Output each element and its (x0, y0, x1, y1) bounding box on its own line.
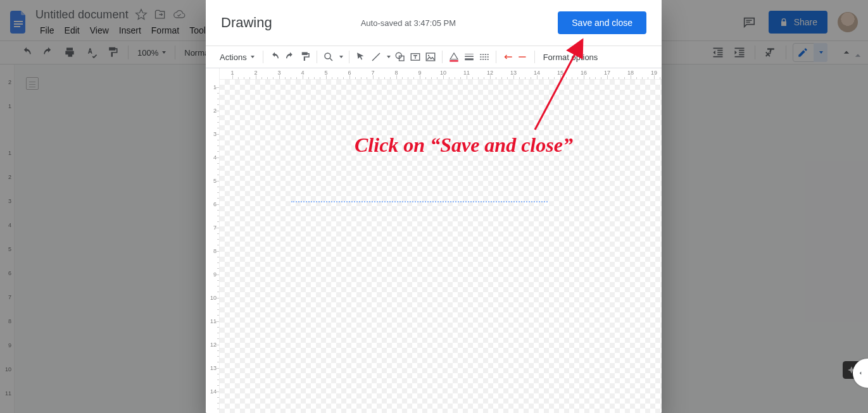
svg-point-4 (325, 53, 330, 59)
pencil-icon (797, 47, 808, 58)
undo-icon[interactable] (269, 51, 280, 63)
line-tool-icon[interactable] (370, 51, 382, 63)
line-weight-icon[interactable] (463, 51, 475, 63)
redo-icon[interactable] (284, 51, 296, 63)
comments-icon[interactable] (739, 13, 758, 32)
select-icon[interactable] (355, 51, 367, 63)
share-button[interactable]: Share (769, 11, 827, 34)
editing-mode-button[interactable] (793, 43, 827, 62)
dialog-toolbar: Actions Format options (206, 46, 662, 68)
textbox-icon[interactable] (410, 51, 421, 63)
zoom-icon[interactable] (323, 51, 334, 63)
canvas-v-ruler: 1234567891011121314 (206, 68, 220, 413)
line-end-icon[interactable] (517, 51, 529, 63)
menu-view[interactable]: View (85, 23, 113, 38)
dialog-title: Drawing (221, 15, 272, 31)
svg-rect-0 (14, 21, 23, 22)
drawing-dialog: Drawing Auto-saved at 3:47:05 PM Save an… (206, 0, 662, 413)
actions-menu[interactable]: Actions (217, 52, 257, 62)
line-start-icon[interactable] (502, 51, 513, 63)
drawing-canvas[interactable] (220, 80, 662, 413)
autosave-status: Auto-saved at 3:47:05 PM (361, 18, 558, 28)
menu-format[interactable]: Format (147, 23, 184, 38)
outline-icon[interactable] (26, 77, 39, 90)
shape-tool-icon[interactable] (394, 51, 406, 63)
line-dash-icon[interactable] (479, 51, 490, 63)
menu-file[interactable]: File (35, 23, 59, 38)
svg-rect-10 (450, 60, 458, 61)
doc-title[interactable]: Untitled document (35, 8, 129, 22)
image-icon[interactable] (425, 51, 436, 63)
svg-point-5 (396, 52, 401, 58)
canvas-h-ruler: 12345678910111213141516171819 (220, 68, 662, 80)
docs-logo-icon (6, 9, 32, 35)
cloud-done-icon[interactable] (173, 8, 186, 21)
spellcheck-icon[interactable] (82, 44, 100, 61)
move-icon[interactable] (154, 8, 167, 21)
docs-v-ruler: 21 123 456 789 1011 (0, 65, 15, 413)
dialog-header: Drawing Auto-saved at 3:47:05 PM Save an… (206, 0, 662, 46)
svg-rect-1 (14, 23, 23, 25)
menu-edit[interactable]: Edit (60, 23, 84, 38)
clear-formatting-icon[interactable] (762, 44, 779, 61)
indent-decrease-icon[interactable] (709, 44, 727, 61)
share-label: Share (794, 17, 817, 27)
drawn-line[interactable] (291, 201, 548, 202)
format-options-button[interactable]: Format options (541, 52, 601, 62)
star-icon[interactable] (135, 8, 148, 21)
undo-icon[interactable] (18, 44, 35, 61)
lock-icon (779, 17, 789, 27)
print-icon[interactable] (61, 44, 79, 61)
zoom-select[interactable]: 100% (135, 48, 168, 58)
menu-insert[interactable]: Insert (115, 23, 146, 38)
svg-rect-2 (14, 26, 20, 27)
svg-point-9 (428, 55, 429, 56)
paint-format-icon[interactable] (104, 44, 122, 61)
indent-increase-icon[interactable] (731, 44, 748, 61)
avatar[interactable] (838, 12, 858, 32)
save-and-close-button[interactable]: Save and close (558, 11, 646, 34)
line-color-icon[interactable] (448, 51, 460, 63)
paint-format-icon[interactable] (299, 51, 311, 63)
scroll-up-icon[interactable] (852, 49, 864, 62)
redo-icon[interactable] (39, 44, 57, 61)
